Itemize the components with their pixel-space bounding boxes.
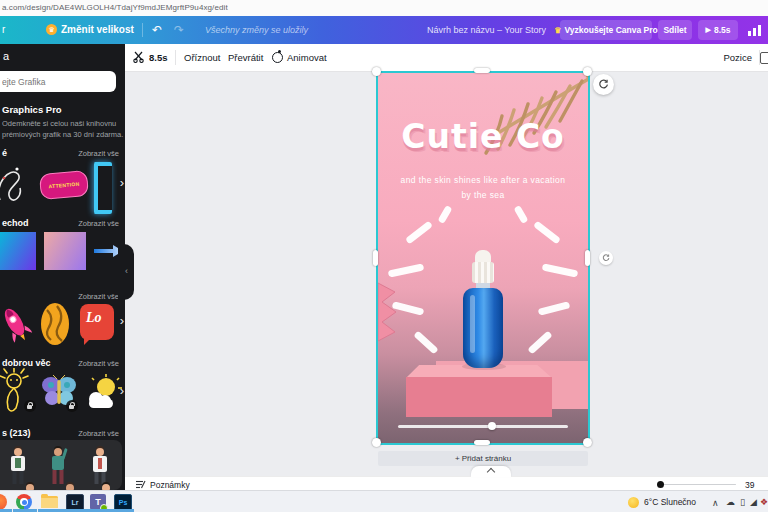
chrome-icon[interactable] — [16, 494, 32, 510]
tray-hidden-icons-chevron[interactable]: ∧ — [712, 498, 719, 508]
weather-sun-icon[interactable] — [628, 497, 639, 508]
panel-title-fragment: a — [3, 50, 9, 62]
pattern-oval-graphic[interactable] — [40, 302, 70, 346]
selection-handle-right[interactable] — [585, 250, 590, 266]
crown-icon: ♛ — [554, 26, 561, 35]
ray-graphic — [513, 205, 528, 224]
search-input[interactable] — [0, 71, 116, 92]
notes-icon[interactable] — [136, 480, 146, 489]
undo-icon[interactable]: ↶ — [152, 23, 162, 37]
windows-taskbar: Lr T Ps 6°C Slunečno ∧ ☁ ▯ ◢ ❖ — [0, 490, 768, 512]
browser-url-bar[interactable]: a.com/design/DAE4WLGOLH4/TdajYf9mdJEMgrf… — [0, 0, 768, 17]
person-graphic-partial[interactable] — [94, 482, 118, 490]
zigzag-graphic — [378, 281, 404, 345]
play-duration-button[interactable]: ▶ 8.5s — [698, 20, 738, 40]
video-scrubber-thumb[interactable] — [488, 422, 496, 430]
header-divider — [142, 23, 143, 37]
redo-icon[interactable]: ↷ — [174, 23, 184, 37]
pedestal-front — [406, 377, 552, 417]
neon-bracket-graphic[interactable] — [94, 162, 112, 214]
show-all-link[interactable]: Zobrazit vše — [78, 429, 119, 438]
carousel-next-icon[interactable]: › — [120, 178, 124, 188]
person-graphic-partial[interactable] — [58, 482, 82, 490]
animate-icon[interactable] — [272, 52, 283, 63]
selection-handle-left[interactable] — [373, 250, 378, 266]
person-graphic[interactable] — [88, 446, 112, 486]
animate-button[interactable]: Animovat — [287, 52, 327, 63]
position-button[interactable]: Pozice — [723, 52, 752, 63]
person-graphic-partial[interactable] — [18, 482, 42, 490]
poster-subtitle-line2: by the sea — [378, 190, 588, 200]
sun-cloud-graphic[interactable] — [84, 374, 122, 410]
ray-graphic — [538, 301, 571, 316]
section-label-people: s (213) — [2, 428, 31, 438]
person-graphic[interactable] — [6, 446, 30, 486]
panel-collapse-tab[interactable]: ‹ — [118, 244, 134, 300]
scissors-icon[interactable] — [133, 51, 145, 63]
selection-handle-top-right[interactable] — [583, 67, 592, 76]
scribble-graphic[interactable] — [0, 162, 36, 206]
timeline-collapse-button[interactable] — [471, 466, 511, 477]
poster-subtitle-line1: and the skin shines like after a vacatio… — [378, 175, 588, 185]
try-pro-button[interactable]: ♛ Vyzkoušejte Canva Pro — [560, 20, 652, 40]
rotate-button[interactable] — [593, 74, 614, 95]
tray-phone-icon[interactable]: ▯ — [740, 497, 745, 507]
graphics-panel: a Graphics Pro Odemkněte si celou naši k… — [0, 44, 125, 490]
tray-security-icon[interactable]: ❖ — [760, 497, 768, 507]
crown-icon: ♛ — [46, 24, 57, 35]
people-graphics-container — [0, 440, 122, 490]
flip-button[interactable]: Převrátit — [228, 52, 263, 63]
zoom-slider-thumb[interactable] — [657, 481, 664, 488]
notes-button[interactable]: Poznámky — [150, 480, 190, 490]
clip-duration[interactable]: 8.5s — [149, 52, 168, 63]
selection-handle-bottom-right[interactable] — [583, 438, 592, 447]
tray-network-icon[interactable]: ◢ — [750, 497, 757, 507]
document-title[interactable]: Návrh bez názvu – Your Story — [427, 25, 546, 35]
editor-bottom-bar: Poznámky 39 — [125, 476, 768, 491]
chart-icon[interactable] — [748, 24, 762, 36]
weather-status[interactable]: 6°C Slunečno — [644, 497, 696, 507]
zoom-slider-track[interactable] — [660, 484, 736, 486]
selection-handle-top[interactable] — [474, 68, 490, 73]
poster-title: Cutie Co — [378, 117, 588, 156]
file-explorer-icon[interactable] — [41, 496, 58, 508]
show-all-link[interactable]: Zobrazit vše — [78, 149, 119, 158]
person-graphic[interactable] — [46, 446, 70, 486]
browser-icon-partial[interactable] — [0, 494, 7, 510]
crop-button[interactable]: Oříznout — [184, 52, 220, 63]
gradient-swatch-teal-purple[interactable] — [0, 232, 36, 270]
carousel-next-icon[interactable]: › — [120, 316, 124, 326]
section-label-trending: é — [2, 148, 7, 158]
promo-title: Graphics Pro — [2, 104, 62, 115]
show-all-link[interactable]: Zobrazit vše — [78, 292, 119, 301]
pro-lock-icon — [66, 400, 78, 412]
design-page[interactable]: Cutie Co and the skin shines like after … — [378, 73, 588, 443]
speech-bubble-graphic[interactable]: Lo — [80, 304, 114, 340]
toolbar-divider — [175, 50, 176, 65]
tray-onedrive-icon[interactable]: ☁ — [726, 497, 735, 507]
attention-badge-graphic[interactable]: ATTENTION — [39, 170, 89, 200]
video-scrubber-track[interactable] — [398, 425, 568, 428]
sync-icon[interactable] — [599, 251, 613, 265]
gradient-swatch-pink-purple[interactable] — [44, 232, 86, 270]
bottle-body — [463, 288, 503, 368]
page-url[interactable]: a.com/design/DAE4WLGOLH4/TdajYf9mdJEMgrf… — [2, 3, 228, 12]
promo-text-line1: Odemkněte si celou naši knihovnu — [2, 119, 116, 128]
ray-graphic — [437, 205, 452, 224]
resize-button[interactable]: Změnit velikost — [61, 24, 134, 35]
show-all-link[interactable]: Zobrazit vše — [78, 219, 119, 228]
canva-editor-window: a.com/design/DAE4WLGOLH4/TdajYf9mdJEMgrf… — [0, 0, 768, 512]
context-toolbar: 8.5s Oříznout Převrátit Animovat Pozice — [125, 44, 768, 72]
selection-handle-bottom[interactable] — [474, 440, 490, 445]
carousel-next-icon[interactable]: › — [120, 386, 124, 396]
selection-handle-bottom-left[interactable] — [372, 438, 381, 447]
teams-icon[interactable]: T — [90, 494, 106, 510]
add-page-button[interactable]: + Přidat stránku — [378, 451, 588, 466]
menu-label-fragment[interactable]: r — [2, 24, 5, 35]
rocket-graphic[interactable] — [0, 302, 34, 344]
show-all-link[interactable]: Zobrazit vše — [78, 359, 119, 368]
selection-handle-top-left[interactable] — [372, 67, 381, 76]
ray-graphic — [542, 263, 579, 277]
share-button[interactable]: Sdílet — [658, 20, 692, 40]
help-icon-partial[interactable] — [760, 52, 768, 64]
